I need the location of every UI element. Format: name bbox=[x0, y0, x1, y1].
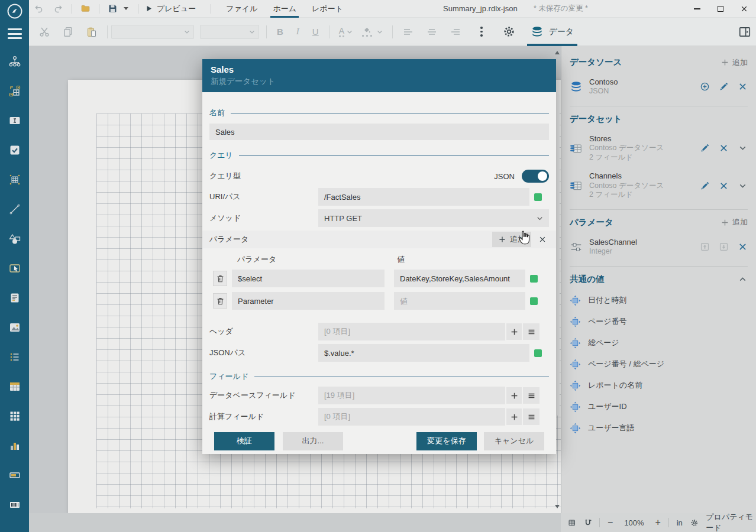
dataset-item-channels[interactable]: Channels Contoso データソース 2 フィールド bbox=[570, 171, 748, 200]
dataset-item-stores[interactable]: Stores Contoso データソース 2 フィールド bbox=[570, 134, 748, 163]
query-type-toggle[interactable] bbox=[522, 170, 549, 183]
maximize-button[interactable] bbox=[709, 0, 732, 18]
add-parameter-button[interactable]: 追加 bbox=[721, 217, 748, 228]
matrix-tool-icon[interactable] bbox=[8, 409, 22, 423]
chevron-down-icon[interactable] bbox=[738, 181, 748, 191]
menu-icon[interactable] bbox=[8, 28, 22, 39]
barcode-tool-icon[interactable] bbox=[8, 498, 22, 512]
formatted-input-tool-icon[interactable] bbox=[8, 468, 22, 482]
underline-button[interactable]: U bbox=[312, 27, 319, 37]
delete-x-icon[interactable] bbox=[719, 181, 729, 191]
bold-button[interactable]: B bbox=[277, 27, 283, 37]
close-button[interactable] bbox=[732, 0, 756, 18]
database-fields-field[interactable]: [19 項目] bbox=[318, 387, 505, 404]
datasource-item-contoso[interactable]: Contoso JSON bbox=[570, 77, 748, 96]
paste-icon[interactable] bbox=[86, 26, 98, 38]
panel-toggle-icon[interactable] bbox=[738, 25, 751, 38]
align-center-icon[interactable] bbox=[426, 26, 438, 38]
add-header-button[interactable] bbox=[506, 323, 522, 340]
properties-gear-icon[interactable] bbox=[690, 518, 699, 528]
tab-home[interactable]: ホーム bbox=[273, 0, 296, 18]
save-dropdown-icon[interactable] bbox=[124, 7, 128, 10]
data-panel-button[interactable]: データ bbox=[531, 18, 574, 46]
move-down-icon[interactable] bbox=[719, 242, 729, 252]
property-mode-button[interactable]: プロパティモード bbox=[706, 512, 756, 532]
undo-icon[interactable] bbox=[34, 4, 44, 14]
shape-tool-icon[interactable] bbox=[8, 232, 22, 246]
param-name-input[interactable] bbox=[232, 292, 385, 310]
table-tool-icon[interactable] bbox=[8, 379, 22, 394]
cancel-button[interactable]: キャンセル bbox=[484, 432, 544, 450]
common-value-page-of-total[interactable]: ページ番号 / 総ページ bbox=[570, 359, 748, 370]
add-dataset-icon[interactable] bbox=[700, 82, 710, 92]
minimize-button[interactable] bbox=[685, 0, 709, 18]
database-fields-list-button[interactable] bbox=[523, 387, 539, 404]
textbox-tool-icon[interactable] bbox=[8, 113, 22, 128]
font-size-dropdown[interactable] bbox=[200, 25, 259, 39]
uri-input[interactable] bbox=[318, 188, 529, 206]
italic-button[interactable]: I bbox=[296, 27, 299, 37]
preview-button[interactable]: プレビュー bbox=[144, 0, 196, 18]
header-list-button[interactable] bbox=[523, 323, 539, 340]
line-tool-icon[interactable] bbox=[8, 202, 22, 216]
chart-tool-icon[interactable] bbox=[8, 439, 22, 453]
snap-magnet-icon[interactable] bbox=[584, 518, 592, 528]
font-color-button[interactable]: A bbox=[333, 26, 354, 37]
hierarchy-tool-icon[interactable] bbox=[8, 54, 22, 69]
param-name-input[interactable] bbox=[232, 270, 385, 287]
add-database-field-button[interactable] bbox=[506, 387, 522, 404]
chevron-down-icon[interactable] bbox=[738, 143, 748, 153]
more-options-icon[interactable] bbox=[480, 27, 483, 37]
scroll-up-icon[interactable] bbox=[555, 51, 560, 54]
edit-pencil-icon[interactable] bbox=[700, 181, 710, 191]
jsonpath-input[interactable] bbox=[318, 344, 529, 362]
delete-row-button[interactable] bbox=[213, 293, 227, 309]
zoom-in-button[interactable]: + bbox=[655, 518, 661, 527]
chevron-up-icon[interactable] bbox=[738, 274, 748, 284]
delete-x-icon[interactable] bbox=[719, 143, 729, 153]
font-family-dropdown[interactable] bbox=[111, 25, 194, 39]
calculated-fields-list-button[interactable] bbox=[523, 408, 539, 425]
zoom-out-button[interactable]: − bbox=[608, 518, 613, 527]
unit-label[interactable]: in bbox=[677, 518, 683, 527]
scroll-down-icon[interactable] bbox=[555, 505, 560, 508]
dataset-name-input[interactable] bbox=[209, 124, 549, 140]
common-value-page-number[interactable]: ページ番号 bbox=[570, 316, 748, 327]
align-left-icon[interactable] bbox=[402, 26, 414, 38]
edit-pencil-icon[interactable] bbox=[719, 82, 729, 92]
method-select[interactable]: HTTP GET bbox=[318, 209, 549, 227]
tab-file[interactable]: ファイル bbox=[226, 0, 257, 18]
param-value-input[interactable] bbox=[394, 292, 525, 310]
delete-x-icon[interactable] bbox=[738, 242, 748, 252]
add-datasource-button[interactable]: 追加 bbox=[721, 57, 748, 68]
list-tool-icon[interactable] bbox=[8, 350, 22, 364]
tablix-tool-icon[interactable] bbox=[8, 173, 22, 187]
common-value-total-pages[interactable]: 総ページ bbox=[570, 338, 748, 349]
fill-color-button[interactable] bbox=[362, 27, 384, 37]
add-calculated-field-button[interactable] bbox=[506, 408, 522, 425]
calculated-fields-field[interactable]: [0 項目] bbox=[318, 408, 505, 426]
copy-icon[interactable] bbox=[62, 26, 74, 38]
delete-row-button[interactable] bbox=[213, 271, 227, 286]
open-folder-icon[interactable] bbox=[80, 4, 91, 14]
save-changes-button[interactable]: 変更を保存 bbox=[416, 432, 477, 450]
validate-button[interactable]: 検証 bbox=[214, 432, 274, 450]
select-tool-icon[interactable] bbox=[8, 261, 22, 275]
richtext-tool-icon[interactable] bbox=[8, 291, 22, 305]
common-value-date-time[interactable]: 日付と時刻 bbox=[570, 295, 748, 306]
header-items-field[interactable]: [0 項目] bbox=[318, 323, 505, 340]
parameter-item-saleschannel[interactable]: SalesChannel Integer bbox=[570, 238, 748, 257]
checkbox-tool-icon[interactable] bbox=[8, 143, 22, 157]
save-icon[interactable] bbox=[108, 4, 118, 14]
move-up-icon[interactable] bbox=[700, 242, 710, 252]
common-value-user-language[interactable]: ユーザー言語 bbox=[570, 423, 748, 434]
param-value-input[interactable] bbox=[394, 270, 525, 287]
collapse-parameters-button[interactable] bbox=[535, 232, 550, 247]
export-button[interactable]: 出力... bbox=[283, 432, 343, 450]
layout-tool-icon[interactable] bbox=[8, 84, 22, 98]
grid-toggle-icon[interactable] bbox=[568, 518, 576, 528]
delete-x-icon[interactable] bbox=[738, 82, 748, 92]
cut-icon[interactable] bbox=[38, 26, 50, 38]
edit-pencil-icon[interactable] bbox=[700, 143, 710, 153]
image-tool-icon[interactable] bbox=[8, 320, 22, 335]
